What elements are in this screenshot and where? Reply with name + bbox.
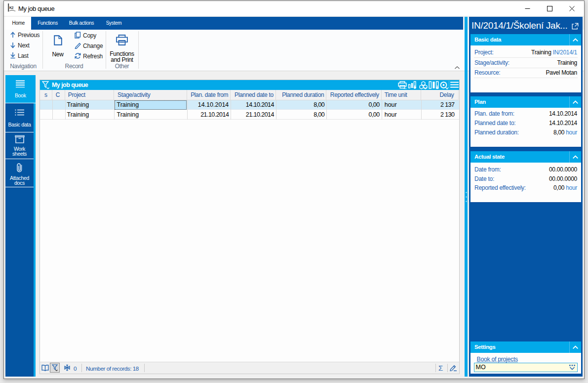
svg-text:K2: K2 bbox=[9, 6, 14, 9]
